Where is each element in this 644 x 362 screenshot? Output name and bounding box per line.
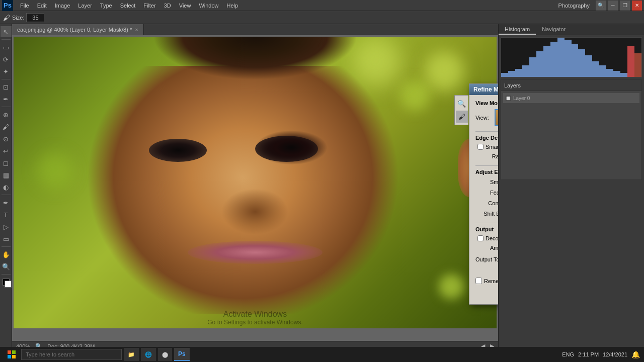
hist-bar-red bbox=[627, 46, 634, 77]
hist-bar bbox=[572, 44, 579, 77]
menu-bar: Ps File Edit Image Layer Type Select Fil… bbox=[0, 0, 644, 11]
tool-clone[interactable]: ⊙ bbox=[1, 133, 12, 144]
tool-pen[interactable]: ✒ bbox=[1, 197, 12, 208]
tool-divider-6 bbox=[2, 274, 11, 275]
dialog-title: Refine Mask bbox=[473, 86, 498, 93]
menu-filter[interactable]: Filter bbox=[139, 2, 159, 10]
tool-move[interactable]: ↖ bbox=[1, 26, 12, 37]
shift-edge-label: Shift Edge: bbox=[475, 211, 498, 217]
dialog-footer: Remember Settings Cancel OK bbox=[469, 275, 498, 304]
divider-1 bbox=[475, 131, 498, 132]
taskbar-right: ENG 2:11 PM 12/4/2021 🔔 bbox=[562, 350, 640, 358]
contrast-label: Contrast: bbox=[475, 200, 498, 206]
taskbar-edge[interactable]: 🌐 bbox=[141, 348, 156, 361]
menu-edit[interactable]: Edit bbox=[33, 2, 51, 10]
feather-slider-row: Feather: px bbox=[475, 189, 498, 197]
refine-mask-dialog[interactable]: 🔍 🖌 Refine Mask × View Mode View: bbox=[469, 83, 498, 305]
canvas-image bbox=[14, 37, 497, 328]
adjust-edge-title: Adjust Edge bbox=[475, 169, 498, 175]
view-mode-section: View Mode View: ▼ bbox=[475, 100, 498, 126]
hist-bar-red bbox=[634, 53, 641, 77]
window-minimize-btn[interactable]: ─ bbox=[608, 1, 618, 11]
hist-bar bbox=[536, 51, 543, 77]
taskbar-ps-app[interactable]: Ps bbox=[174, 348, 190, 361]
tool-divider-2 bbox=[2, 79, 11, 79]
taskbar-lang: ENG bbox=[562, 351, 574, 357]
window-close-btn[interactable]: ✕ bbox=[632, 1, 642, 11]
view-preview[interactable] bbox=[495, 109, 498, 126]
taskbar-chrome[interactable]: ⬤ bbox=[158, 348, 172, 361]
dialog-tool-zoom[interactable]: 🔍 bbox=[456, 98, 468, 110]
smart-radius-checkbox[interactable] bbox=[477, 144, 484, 150]
window-restore-btn[interactable]: ❐ bbox=[620, 1, 630, 11]
brush-tool-options: 🖌 Size: bbox=[3, 13, 44, 22]
canvas-image-area[interactable] bbox=[12, 24, 498, 341]
menu-window[interactable]: Window bbox=[195, 2, 222, 10]
tool-dodge[interactable]: ◐ bbox=[1, 182, 12, 193]
menu-view[interactable]: View bbox=[175, 2, 195, 10]
tool-text[interactable]: T bbox=[1, 209, 12, 220]
edge-detection-section: Edge Detection Smart Radius Radius: px bbox=[475, 135, 498, 160]
tool-eyedropper[interactable]: ✒ bbox=[1, 94, 12, 105]
menu-image[interactable]: Image bbox=[51, 2, 74, 10]
hist-bar bbox=[522, 65, 529, 77]
tool-magic-wand[interactable]: ✦ bbox=[1, 66, 12, 77]
tool-shape[interactable]: ▭ bbox=[1, 233, 12, 244]
tool-brush[interactable]: 🖌 bbox=[1, 121, 12, 132]
search-icon[interactable]: 🔍 bbox=[596, 1, 606, 11]
tool-path-select[interactable]: ▷ bbox=[1, 221, 12, 232]
brush-size-label: Size: bbox=[12, 15, 24, 21]
remember-settings-checkbox[interactable] bbox=[475, 278, 482, 284]
tool-zoom[interactable]: 🔍 bbox=[1, 261, 12, 272]
taskbar-time: 2:11 PM bbox=[578, 351, 599, 357]
brush-preset-icon: 🖌 bbox=[3, 14, 10, 22]
hist-bar bbox=[543, 46, 550, 77]
hist-bar bbox=[585, 55, 592, 77]
tool-eraser[interactable]: ◻ bbox=[1, 157, 12, 168]
menu-help[interactable]: Help bbox=[223, 2, 243, 10]
notification-button[interactable]: 🔔 bbox=[631, 350, 640, 358]
menu-file[interactable]: File bbox=[16, 2, 33, 10]
dialog-title-bar: Refine Mask × bbox=[469, 84, 498, 95]
output-to-label: Output To: bbox=[475, 256, 498, 262]
decontaminate-label: Decontaminate Colors bbox=[486, 235, 498, 241]
tool-history-brush[interactable]: ↩ bbox=[1, 145, 12, 156]
svg-rect-1 bbox=[12, 350, 16, 354]
contrast-slider-row: Contrast: % bbox=[475, 199, 498, 207]
edge-detection-title: Edge Detection bbox=[475, 135, 498, 141]
tool-crop[interactable]: ⊡ bbox=[1, 81, 12, 93]
decontaminate-checkbox[interactable] bbox=[477, 235, 484, 241]
dialog-body: View Mode View: ▼ bbox=[469, 95, 498, 275]
menu-3d[interactable]: 3D bbox=[160, 2, 175, 10]
tool-gradient[interactable]: ▦ bbox=[1, 169, 12, 180]
layer-item[interactable]: 🔲 Layer 0 bbox=[503, 93, 639, 103]
svg-rect-2 bbox=[8, 355, 11, 358]
taskbar-file-explorer[interactable]: 📁 bbox=[124, 348, 139, 361]
start-button[interactable] bbox=[4, 349, 19, 360]
histogram-area bbox=[501, 37, 642, 77]
hist-bar bbox=[592, 61, 599, 77]
hist-bar bbox=[565, 40, 572, 77]
tool-lasso[interactable]: ⟳ bbox=[1, 54, 12, 65]
tool-foreground-color[interactable] bbox=[1, 277, 12, 288]
shift-edge-slider-row: Shift Edge: % bbox=[475, 210, 498, 218]
windows-logo-icon bbox=[8, 350, 16, 358]
hist-bar bbox=[508, 71, 515, 77]
tool-marquee[interactable]: ▭ bbox=[1, 42, 12, 53]
layers-panel-area: Layers 🔲 Layer 0 bbox=[501, 79, 642, 180]
menu-type[interactable]: Type bbox=[96, 2, 116, 10]
hist-bar bbox=[613, 71, 620, 77]
tool-spot-heal[interactable]: ⊕ bbox=[1, 109, 12, 120]
tool-hand[interactable]: ✋ bbox=[1, 249, 12, 260]
histogram-tab[interactable]: Histogram bbox=[499, 25, 536, 35]
output-title: Output bbox=[475, 226, 498, 232]
output-to-row: Output To: Layer Mask New Layer New Laye… bbox=[475, 254, 498, 264]
taskbar-search-input[interactable] bbox=[21, 349, 122, 360]
main-layout: ↖ ▭ ⟳ ✦ ⊡ ✒ ⊕ 🖌 ⊙ ↩ ◻ ▦ ◐ ✒ T ▷ ▭ ✋ 🔍 ea… bbox=[0, 24, 644, 351]
menu-layer[interactable]: Layer bbox=[74, 2, 96, 10]
navigator-tab[interactable]: Navigator bbox=[536, 25, 572, 35]
brush-size-input[interactable] bbox=[26, 13, 44, 22]
menu-select[interactable]: Select bbox=[116, 2, 140, 10]
right-panel: Histogram Navigator bbox=[498, 24, 644, 351]
dialog-tool-brush[interactable]: 🖌 bbox=[456, 111, 468, 123]
